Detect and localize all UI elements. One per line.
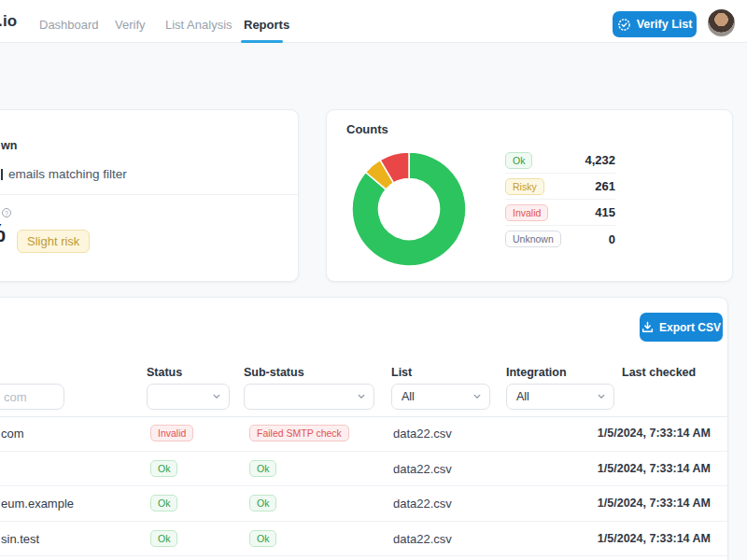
breakdown-card: wn emails matching filter ? % Slight ris… [0,109,299,282]
risk-score-fragment: % [0,219,6,248]
ok-badge: Ok [505,152,532,169]
chevron-down-icon [213,393,220,400]
last-checked-cell: 1/5/2024, 7:33:14 AM [598,462,711,475]
risk-level-badge: Slight risk [17,230,90,253]
user-avatar[interactable] [708,9,735,36]
integration-filter-select[interactable]: All [506,384,614,410]
risky-count: 261 [595,179,615,193]
email-cell: sin.test [1,531,39,545]
list-cell: data22.csv [393,497,452,511]
table-row: eum.example Ok Ok data22.csv 1/5/2024, 7… [0,486,727,522]
unknown-badge: Unknown [505,231,561,247]
counts-donut-chart [351,151,467,267]
unknown-count: 0 [609,232,615,246]
active-tab-indicator [241,40,283,43]
substatus-badge: Ok [249,495,276,511]
chevron-down-icon [473,393,481,400]
substatus-badge: Ok [249,460,276,477]
breakdown-card-title-fragment: wn [1,139,17,152]
emails-matching-filter-label: emails matching filter [8,167,127,181]
email-placeholder-fragment: com [4,390,27,404]
column-header-last-checked: Last checked [622,366,696,379]
substatus-filter-select[interactable] [244,384,374,410]
risky-badge: Risky [505,178,544,195]
download-icon [641,321,654,333]
email-cell: com [1,427,24,441]
last-checked-cell: 1/5/2024, 7:33:14 AM [598,497,711,510]
column-header-substatus: Sub-status [244,366,304,379]
top-nav: .io Dashboard Verify List Analysis Repor… [0,0,747,43]
status-badge: Ok [150,530,177,547]
legend-row-unknown: Unknown 0 [505,226,615,252]
results-table-card: Export CSV Status Sub-status List Integr… [0,297,728,560]
list-cell: data22.csv [393,531,452,545]
invalid-count: 415 [595,205,615,219]
table-row: com Invalid Failed SMTP check data22.csv… [0,416,727,452]
status-badge: Invalid [150,425,193,441]
chevron-down-icon [358,393,365,400]
table-row: Ok Ok data22.csv 1/5/2024, 7:33:14 AM [0,452,727,487]
last-checked-cell: 1/5/2024, 7:33:14 AM [598,427,711,440]
legend-row-risky: Risky 261 [505,174,615,200]
status-badge: Ok [150,495,177,511]
list-cell: data22.csv [393,461,452,475]
counts-title: Counts [346,122,388,136]
nav-item-list-analysis[interactable]: List Analysis [165,18,233,32]
export-csv-button[interactable]: Export CSV [640,313,723,342]
column-header-status: Status [147,366,182,379]
invalid-badge: Invalid [505,204,548,221]
ok-count: 4,232 [585,153,615,167]
counts-card: Counts Ok 4,232 Risky 261 Invalid 415 Un… [326,109,733,282]
column-header-list: List [391,366,412,379]
nav-item-dashboard[interactable]: Dashboard [39,18,99,32]
help-icon[interactable]: ? [2,208,11,217]
status-filter-select[interactable] [147,384,230,410]
filtered-count-fragment [1,169,3,180]
app-logo[interactable]: .io [0,12,17,31]
legend-row-ok: Ok 4,232 [505,147,615,174]
badge-check-icon [617,18,631,32]
summary-divider [0,194,298,195]
table-row: sin.test Ok Ok data22.csv 1/5/2024, 7:33… [0,522,727,557]
status-badge: Ok [150,460,177,477]
substatus-badge: Failed SMTP check [249,425,349,441]
chevron-down-icon [598,393,605,400]
email-search-input[interactable]: com [0,384,64,410]
list-filter-select[interactable]: All [391,384,490,410]
substatus-badge: Ok [249,530,276,547]
last-checked-cell: 1/5/2024, 7:33:14 AM [598,532,711,545]
nav-item-reports[interactable]: Reports [244,18,289,32]
nav-item-verify[interactable]: Verify [115,18,146,32]
counts-legend: Ok 4,232 Risky 261 Invalid 415 Unknown 0 [505,147,615,252]
list-cell: data22.csv [393,427,452,441]
email-cell: eum.example [1,497,74,511]
verify-list-button[interactable]: Verify List [613,11,697,37]
legend-row-invalid: Invalid 415 [505,200,615,226]
column-header-integration: Integration [506,366,567,379]
